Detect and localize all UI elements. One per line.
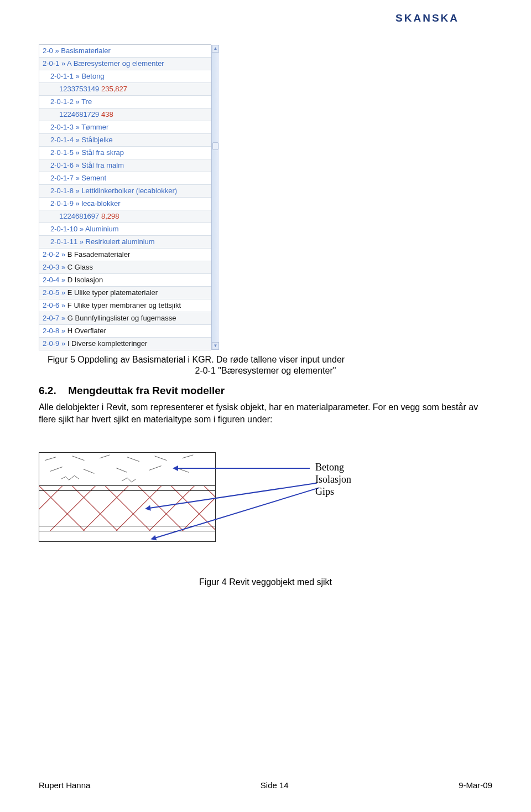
scroll-down-button[interactable]: ▼: [212, 342, 219, 350]
svg-line-18: [50, 486, 117, 531]
tree-item[interactable]: 2-0-4 » D Isolasjon: [39, 274, 211, 287]
svg-line-3: [127, 457, 139, 462]
svg-line-17: [39, 486, 84, 531]
tree-item[interactable]: 2-0-1 » A Bæresystemer og elementer: [39, 58, 211, 70]
layer-concrete: [39, 453, 215, 486]
tree-data-row: 1224681729 438: [39, 108, 211, 121]
tree-item[interactable]: 2-0-8 » H Overflater: [39, 325, 211, 338]
page-footer: Rupert Hanna Side 14 9-Mar-09: [39, 780, 492, 790]
wall-figure: Betong Isolasjon Gips: [39, 441, 492, 563]
heading-title: Mengdeuttak fra Revit modeller: [68, 385, 225, 396]
tree-item[interactable]: 2-0-1-4 » Stålbjelke: [39, 134, 211, 147]
tree-data-row: 1224681697 8,298: [39, 210, 211, 223]
scroll-thumb[interactable]: [212, 142, 218, 150]
tree-item[interactable]: 2-0-1-8 » Lettklinkerbolker (lecablokker…: [39, 185, 211, 198]
heading-number: 6.2.: [39, 385, 65, 397]
footer-page: Side 14: [261, 780, 289, 790]
tree-item[interactable]: 2-0-3 » C Glass: [39, 261, 211, 274]
wall-cross-section: [39, 452, 216, 542]
tree-item[interactable]: 2-0-1-11 » Resirkulert aluminium: [39, 236, 211, 249]
tree-item[interactable]: 2-0-7 » G Bunnfyllingslister og fugemass…: [39, 312, 211, 325]
legend-gypsum: Gips: [315, 485, 351, 498]
svg-line-13: [84, 486, 150, 531]
material-tree-panel: 2-0 » Basismaterialer2-0-1 » A Bæresyste…: [39, 44, 211, 350]
svg-line-12: [50, 486, 117, 531]
tree-item[interactable]: 2-0 » Basismaterialer: [39, 45, 211, 58]
tree-item[interactable]: 2-0-1-3 » Tømmer: [39, 121, 211, 134]
tree-item[interactable]: 2-0-1-2 » Tre: [39, 96, 211, 108]
layer-gypsum: [39, 531, 215, 541]
svg-line-4: [155, 456, 167, 461]
tree-scrollbar[interactable]: ▲ ▼: [211, 45, 219, 350]
svg-line-15: [149, 486, 215, 531]
figure-legend: Betong Isolasjon Gips: [315, 461, 351, 498]
svg-line-5: [182, 455, 193, 458]
svg-line-6: [50, 467, 63, 472]
section-heading: 6.2. Mengdeuttak fra Revit modeller: [39, 385, 492, 397]
svg-line-7: [84, 469, 95, 474]
footer-author: Rupert Hanna: [39, 780, 90, 790]
brand-text: SKANSKA: [395, 12, 459, 24]
tree-item[interactable]: 2-0-1-10 » Aluminium: [39, 223, 211, 236]
svg-line-21: [149, 486, 215, 531]
tree-item[interactable]: 2-0-1-5 » Stål fra skrap: [39, 147, 211, 159]
tree-item[interactable]: 2-0-9 » I Diverse kompletteringer: [39, 338, 211, 350]
footer-date: 9-Mar-09: [459, 780, 492, 790]
paragraph: Alle delobjekter i Revit, som represente…: [39, 401, 492, 426]
svg-line-0: [45, 457, 56, 461]
figure-4-caption: Figur 4 Revit veggobjekt med sjikt: [39, 577, 492, 587]
svg-line-8: [116, 468, 127, 473]
svg-line-1: [72, 456, 85, 461]
tree-item[interactable]: 2-0-2 » B Fasadematerialer: [39, 249, 211, 261]
legend-concrete: Betong: [315, 461, 351, 473]
svg-line-2: [100, 455, 110, 458]
layer-insulation: [39, 486, 215, 531]
brand-logo: SKANSKA: [395, 12, 459, 24]
legend-insulation: Isolasjon: [315, 473, 351, 485]
figure-5-caption-line1: Figur 5 Oppdeling av Basismaterial i KGR…: [48, 355, 492, 365]
tree-data-row: 1233753149 235,827: [39, 83, 211, 96]
document-page: SKANSKA 2-0 » Basismaterialer2-0-1 » A B…: [0, 0, 531, 812]
tree-item[interactable]: 2-0-6 » F Ulike typer membraner og tetts…: [39, 299, 211, 312]
arrow-concrete: [177, 468, 310, 469]
tree-item[interactable]: 2-0-1-9 » leca-blokker: [39, 198, 211, 210]
tree-item[interactable]: 2-0-5 » E Ulike typer platematerialer: [39, 287, 211, 299]
tree-item[interactable]: 2-0-1-7 » Sement: [39, 172, 211, 185]
tree-item[interactable]: 2-0-1-1 » Betong: [39, 70, 211, 83]
svg-line-9: [149, 466, 162, 470]
scroll-up-button[interactable]: ▲: [212, 45, 219, 53]
tree-item[interactable]: 2-0-1-6 » Stål fra malm: [39, 159, 211, 172]
svg-line-19: [84, 486, 150, 531]
figure-5-caption-line2: 2-0-1 "Bæresystemer og elementer": [39, 366, 492, 376]
